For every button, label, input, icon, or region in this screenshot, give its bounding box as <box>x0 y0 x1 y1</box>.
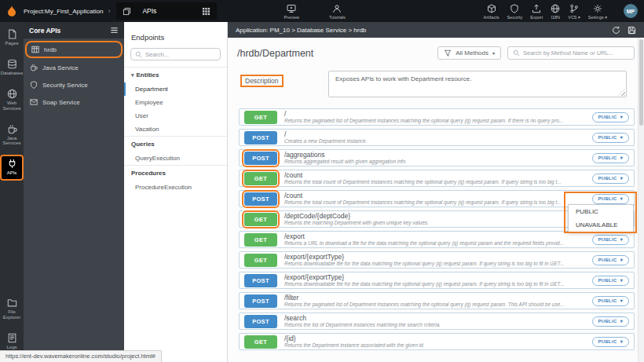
core-api-item-hrdb[interactable]: hrdb <box>25 41 123 58</box>
endpoints-title: Endpoints <box>124 22 227 48</box>
endpoint-tree-item-vacation[interactable]: Vacation <box>124 122 227 136</box>
methods-filter-dropdown[interactable]: All Methods ▾ <box>437 46 501 60</box>
caret-down-icon: ▾ <box>492 51 495 56</box>
endpoint-description: Returns the list of Department instances… <box>284 322 586 328</box>
endpoint-info: /export/{exportType}Returns downloadable… <box>284 253 586 267</box>
rail-item-file-explorer[interactable]: File Explorer <box>0 294 24 325</box>
endpoints-search-input[interactable] <box>145 51 216 58</box>
description-label: Description <box>240 75 284 87</box>
endpoint-path: /export/{exportType} <box>284 253 586 261</box>
access-level-button[interactable]: PUBLIC▾ <box>592 194 629 204</box>
access-level-button[interactable]: PUBLIC▾ <box>592 112 629 122</box>
method-button-get[interactable]: GET <box>244 111 277 124</box>
vcs-icon <box>569 4 579 13</box>
description-label-wrap: Description <box>240 71 328 87</box>
endpoints-search-box[interactable] <box>130 48 221 60</box>
rail-item-pages[interactable]: Pages <box>0 25 24 51</box>
hamburger-icon[interactable] <box>110 26 119 35</box>
access-level-label: PUBLIC <box>598 176 617 181</box>
access-level-button[interactable]: PUBLIC▾ <box>592 296 629 306</box>
endpoint-description: Creates a new Department instance. <box>284 138 586 144</box>
topbar-action-preview[interactable]: Preview <box>280 2 303 20</box>
method-button-post[interactable]: POST <box>244 152 277 165</box>
endpoint-tree-item-queryexecution[interactable]: QueryExecution <box>124 152 227 165</box>
core-api-item-label: hrdb <box>44 46 57 53</box>
rail-item-java-services[interactable]: Java Services <box>0 120 24 152</box>
access-level-button[interactable]: PUBLIC▾ <box>592 174 629 184</box>
envelope-icon <box>30 98 38 106</box>
topbar-action-tutorials[interactable]: Tutorials <box>325 2 349 20</box>
core-api-item-java-service[interactable]: Java Service <box>24 59 124 76</box>
scrollbar-thumb[interactable] <box>639 39 643 126</box>
endpoint-tree-item-employee[interactable]: Employee <box>124 96 227 109</box>
rail-item-label: Java Services <box>1 136 23 147</box>
endpoints-section-queries[interactable]: Queries <box>124 136 227 152</box>
main-content: Application: PM_10 > Database Service > … <box>228 22 644 362</box>
dropdown-option-unavailable[interactable]: UNAVAILABLE <box>569 218 633 232</box>
method-button-post[interactable]: POST <box>244 131 277 144</box>
api-endpoint-row: POST/Creates a new Department instance.P… <box>239 129 635 146</box>
caret-down-icon: ▾ <box>620 176 623 181</box>
topbar-action-i18n[interactable]: I18N <box>547 2 564 20</box>
caret-down-icon: ▾ <box>131 72 134 79</box>
topbar-action-artifacts[interactable]: Artifacts <box>480 2 503 20</box>
method-button-post[interactable]: POST <box>244 274 277 287</box>
access-level-button[interactable]: PUBLIC▾ <box>592 133 629 143</box>
access-level-button[interactable]: PUBLIC▾ <box>592 235 629 245</box>
method-button-get[interactable]: GET <box>244 335 277 349</box>
access-level-button[interactable]: PUBLIC▾ <box>592 337 629 347</box>
resize-grip[interactable] <box>618 89 625 96</box>
endpoint-info: /countReturns the total count of Departm… <box>284 171 586 185</box>
rail-item-web-services[interactable]: Web Services <box>0 85 24 116</box>
endpoint-path: /export <box>284 232 586 240</box>
method-button-post[interactable]: POST <box>244 315 277 328</box>
caret-down-icon: ▾ <box>620 155 623 160</box>
endpoints-section-procedures[interactable]: Procedures <box>124 165 227 181</box>
core-api-item-soap-service[interactable]: Soap Service <box>24 93 124 111</box>
topbar-action-settings[interactable]: Settings ▾ <box>584 2 611 20</box>
endpoint-tree-item-user[interactable]: User <box>124 109 227 122</box>
description-value: Exposes APIs to work with Department res… <box>335 75 471 82</box>
topbar-action-security[interactable]: Security <box>503 2 526 20</box>
method-button-post[interactable]: POST <box>244 294 277 308</box>
refresh-icon[interactable] <box>612 26 620 35</box>
access-level-label: PUBLIC <box>598 278 617 283</box>
api-endpoint-row: POST/searchReturns the list of Departmen… <box>239 313 635 330</box>
method-button-get[interactable]: GET <box>244 172 277 185</box>
endpoint-info: /filterReturns the paginated list of Dep… <box>284 294 586 308</box>
endpoint-tree-item-procedureexecution[interactable]: ProcedureExecution <box>124 181 227 194</box>
workspace-tab-apis[interactable]: APIs <box>116 2 217 20</box>
method-button-get[interactable]: GET <box>244 233 277 247</box>
rail-item-apis[interactable]: APIs <box>0 155 24 181</box>
endpoint-info: /countReturns the total count of Departm… <box>284 192 586 206</box>
core-api-item-label: Security Service <box>42 82 88 89</box>
access-level-label: PUBLIC <box>598 155 617 160</box>
java-services-icon <box>30 64 38 71</box>
access-level-label: PUBLIC <box>598 135 617 140</box>
description-field[interactable]: Exposes APIs to work with Department res… <box>328 71 627 97</box>
access-level-button[interactable]: PUBLIC▾ <box>592 276 629 286</box>
topbar-action-i18n-label: I18N <box>551 15 560 20</box>
dropdown-option-public[interactable]: PUBLIC <box>569 205 633 218</box>
endpoint-description: Returns the total count of Department in… <box>284 179 586 185</box>
topbar-action-export[interactable]: Export <box>526 2 547 20</box>
method-button-post[interactable]: POST <box>244 192 277 206</box>
access-level-button[interactable]: PUBLIC▾ <box>592 316 629 327</box>
user-avatar[interactable]: MP <box>624 4 638 18</box>
rail-item-databases[interactable]: Databases <box>0 55 24 81</box>
method-button-get[interactable]: GET <box>244 254 277 267</box>
grid-icon[interactable] <box>202 7 210 16</box>
endpoint-tree-item-department[interactable]: Department <box>124 82 227 96</box>
method-search-box[interactable] <box>507 46 635 60</box>
caret-down-icon: ▾ <box>620 339 623 344</box>
endpoints-section-entities[interactable]: ▾Entities <box>124 67 227 82</box>
core-api-item-security-service[interactable]: Security Service <box>24 76 124 93</box>
save-icon[interactable] <box>628 26 636 35</box>
topbar-action-artifacts-label: Artifacts <box>484 15 499 20</box>
method-button-get[interactable]: GET <box>244 213 277 226</box>
topbar-action-vcs[interactable]: VCS ▾ <box>564 2 584 20</box>
method-search-input[interactable] <box>523 49 629 57</box>
access-level-button[interactable]: PUBLIC▾ <box>592 153 629 163</box>
rail-item-label: Logs <box>6 345 16 350</box>
access-level-button[interactable]: PUBLIC▾ <box>592 255 629 265</box>
